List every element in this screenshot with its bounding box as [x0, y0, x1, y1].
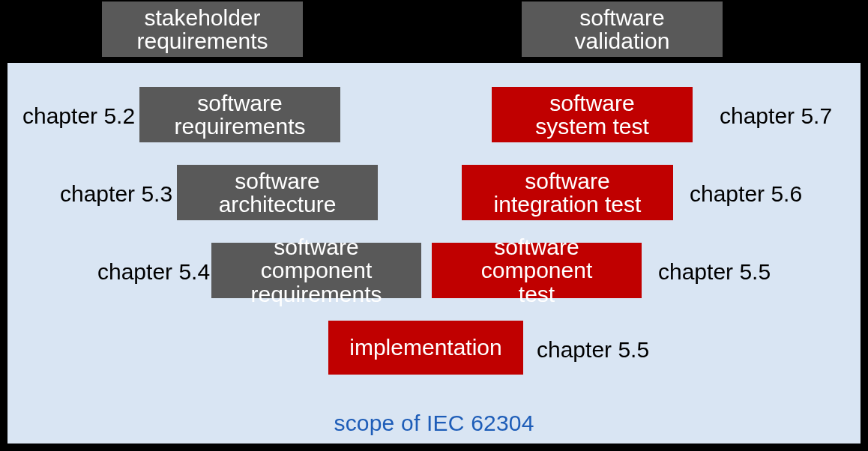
- text-line: software component: [217, 235, 415, 282]
- text-line: requirements: [174, 115, 305, 139]
- box-stakeholder-requirements: stakeholder requirements: [102, 1, 303, 57]
- v-model-diagram: scope of IEC 62304 stakeholder requireme…: [0, 0, 868, 451]
- text-line: system test: [535, 115, 649, 139]
- text-line: software: [174, 91, 305, 115]
- text-line: software component: [438, 235, 636, 282]
- text-line: requirements: [136, 29, 268, 53]
- text-line: software: [575, 6, 670, 30]
- text-line: test: [438, 282, 636, 306]
- box-software-integration-test: software integration test: [462, 165, 673, 220]
- box-software-system-test: software system test: [492, 87, 693, 142]
- chapter-label-5-3: chapter 5.3: [60, 183, 172, 205]
- text-line: integration test: [494, 193, 642, 217]
- box-software-validation: software validation: [522, 1, 723, 57]
- box-software-requirements: software requirements: [139, 87, 340, 142]
- chapter-label-5-7: chapter 5.7: [720, 105, 832, 127]
- text-line: software: [535, 91, 649, 115]
- text-line: validation: [575, 29, 670, 53]
- box-software-component-test: software component test: [432, 243, 642, 298]
- text-line: stakeholder: [136, 6, 268, 30]
- box-software-architecture: software architecture: [177, 165, 378, 220]
- text-line: architecture: [219, 193, 337, 217]
- chapter-label-5-2: chapter 5.2: [22, 105, 135, 127]
- chapter-label-5-6: chapter 5.6: [690, 183, 802, 205]
- text-line: requirements: [217, 282, 415, 306]
- box-software-component-requirements: software component requirements: [211, 243, 421, 298]
- text-line: software: [494, 169, 642, 193]
- chapter-label-5-5: chapter 5.5: [658, 261, 771, 283]
- text-line: software: [219, 169, 337, 193]
- box-implementation: implementation: [328, 321, 523, 375]
- text-line: implementation: [349, 336, 501, 360]
- chapter-label-5-4: chapter 5.4: [97, 261, 210, 283]
- chapter-label-5-5-impl: chapter 5.5: [537, 339, 649, 361]
- scope-caption: scope of IEC 62304: [7, 411, 861, 436]
